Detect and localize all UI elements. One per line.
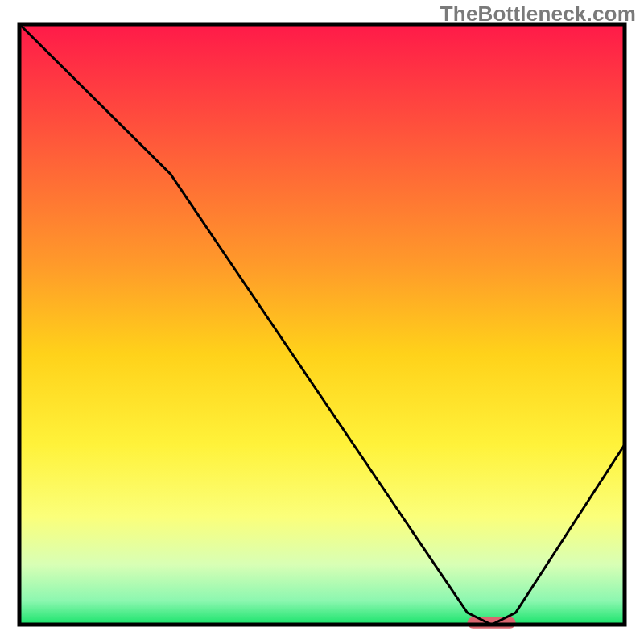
watermark-text: TheBottleneck.com — [440, 2, 636, 27]
chart-svg — [0, 0, 644, 644]
chart-container: TheBottleneck.com — [0, 0, 644, 644]
